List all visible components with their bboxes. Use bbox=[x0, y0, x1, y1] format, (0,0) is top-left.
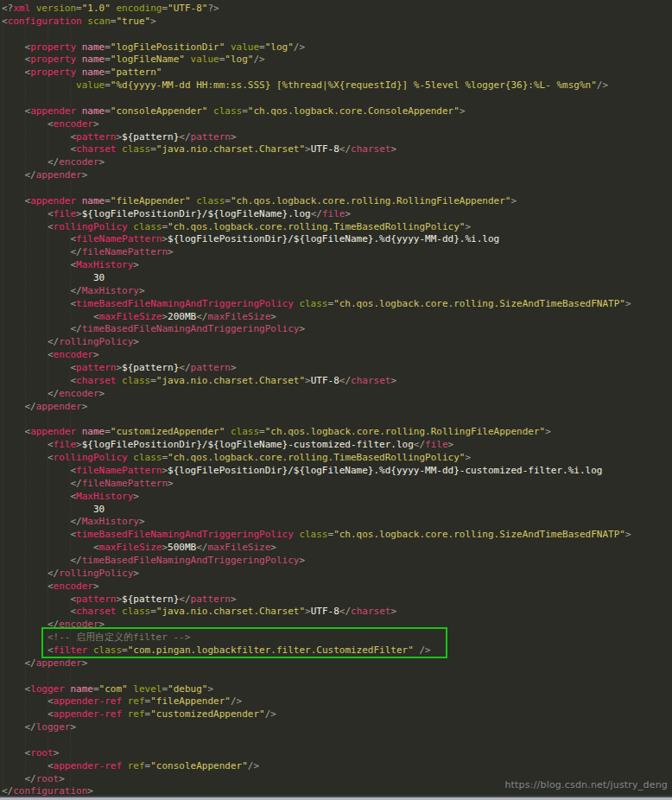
code-line: 30 bbox=[2, 272, 672, 285]
code-line: <file>${logFilePositionDir}/${logFileNam… bbox=[2, 439, 672, 452]
code-line: <?xml version="1.0" encoding="UTF-8"?> bbox=[2, 3, 672, 16]
code-line: </timeBasedFileNamingAndTriggeringPolicy… bbox=[2, 323, 672, 336]
code-line: <appender-ref ref="fileAppender"/> bbox=[2, 695, 672, 708]
code-editor: <?xml version="1.0" encoding="UTF-8"?><c… bbox=[0, 0, 672, 800]
code-line: <appender name="customizedAppender" clas… bbox=[2, 426, 672, 439]
code-line: </MaxHistory> bbox=[2, 516, 672, 529]
code-line: </appender> bbox=[2, 657, 672, 670]
code-line: value="%d{yyyy-MM-dd HH:mm:ss.SSS} [%thr… bbox=[2, 79, 672, 92]
code-line: <pattern>${pattern}</pattern> bbox=[2, 594, 672, 606]
code-line: <maxFileSize>500MB</maxFileSize> bbox=[2, 542, 672, 555]
code-line: </encoder> bbox=[2, 156, 672, 169]
code-area[interactable]: <?xml version="1.0" encoding="UTF-8"?><c… bbox=[0, 0, 672, 800]
code-line: 30 bbox=[2, 504, 672, 517]
code-line: <charset class="java.nio.charset.Charset… bbox=[2, 375, 672, 388]
code-line: <rollingPolicy class="ch.qos.logback.cor… bbox=[2, 452, 672, 465]
code-line bbox=[2, 734, 672, 747]
code-line: <pattern>${pattern}</pattern> bbox=[2, 131, 672, 144]
code-line: <appender name="consoleAppender" class="… bbox=[2, 105, 672, 118]
code-line: <encoder> bbox=[2, 118, 672, 131]
code-line: </rollingPolicy> bbox=[2, 568, 672, 581]
code-line: <appender-ref ref="customizedAppender"/> bbox=[2, 708, 672, 721]
code-line bbox=[2, 92, 672, 105]
code-line bbox=[2, 670, 672, 683]
code-line bbox=[2, 414, 672, 427]
code-line bbox=[2, 182, 672, 195]
code-line: </fileNamePattern> bbox=[2, 478, 672, 491]
code-line: </logger> bbox=[2, 721, 672, 734]
code-line: <encoder> bbox=[2, 349, 672, 362]
code-line: </encoder> bbox=[2, 619, 672, 632]
code-line: <pattern>${pattern}</pattern> bbox=[2, 362, 672, 375]
code-line: <file>${logFilePositionDir}/${logFileNam… bbox=[2, 208, 672, 221]
code-line: <appender name="fileAppender" class="ch.… bbox=[2, 195, 672, 208]
code-line: <filter class="com.pingan.logbackfilter.… bbox=[2, 644, 672, 657]
code-line: <root> bbox=[2, 747, 672, 760]
code-line: <charset class="java.nio.charset.Charset… bbox=[2, 606, 672, 619]
code-line: </encoder> bbox=[2, 388, 672, 401]
code-line: <MaxHistory> bbox=[2, 491, 672, 504]
code-line: <charset class="java.nio.charset.Charset… bbox=[2, 143, 672, 156]
code-line: <rollingPolicy class="ch.qos.logback.cor… bbox=[2, 221, 672, 234]
code-line: <timeBasedFileNamingAndTriggeringPolicy … bbox=[2, 298, 672, 311]
code-line: <appender-ref ref="consoleAppender"/> bbox=[2, 760, 672, 773]
code-line: <fileNamePattern>${logFilePositionDir}/$… bbox=[2, 233, 672, 246]
code-line: </fileNamePattern> bbox=[2, 246, 672, 259]
code-line: <!-- 启用自定义的filter --> bbox=[2, 632, 672, 644]
code-line: </timeBasedFileNamingAndTriggeringPolicy… bbox=[2, 555, 672, 568]
code-line: <timeBasedFileNamingAndTriggeringPolicy … bbox=[2, 529, 672, 542]
code-line: <fileNamePattern>${logFilePositionDir}/$… bbox=[2, 465, 672, 478]
code-line: <configuration scan="true"> bbox=[2, 16, 672, 29]
code-line: </rollingPolicy> bbox=[2, 336, 672, 349]
code-line: </MaxHistory> bbox=[2, 285, 672, 298]
watermark-link: https://blog.csdn.net/justry_deng bbox=[504, 779, 668, 792]
code-line: <property name="logFilePositionDir" valu… bbox=[2, 41, 672, 54]
window-bottom-edge bbox=[0, 796, 672, 800]
code-line: <encoder> bbox=[2, 581, 672, 594]
code-line: <MaxHistory> bbox=[2, 259, 672, 272]
code-line: <property name="pattern" bbox=[2, 67, 672, 79]
code-line: </appender> bbox=[2, 169, 672, 182]
code-line bbox=[2, 29, 672, 41]
code-line: <property name="logFileName" value="log"… bbox=[2, 54, 672, 67]
code-line: <logger name="com" level="debug"> bbox=[2, 683, 672, 696]
code-line: <maxFileSize>200MB</maxFileSize> bbox=[2, 311, 672, 324]
code-line: </appender> bbox=[2, 401, 672, 414]
